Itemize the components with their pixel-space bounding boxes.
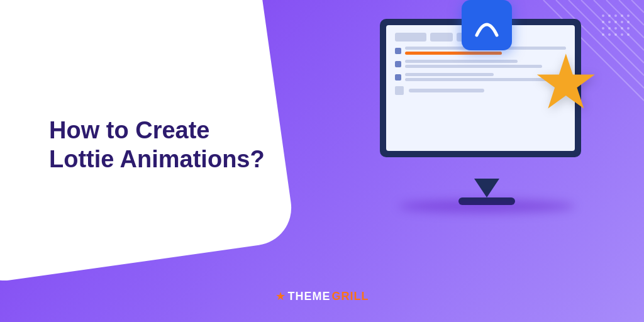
headline-text: How to Create Lottie Animations? bbox=[49, 116, 265, 174]
row-bar-accent bbox=[405, 52, 502, 55]
headline-line1: How to Create bbox=[49, 116, 265, 145]
row-bar-partial bbox=[405, 60, 518, 63]
monitor-shadow bbox=[399, 200, 575, 213]
brand-star-icon: ★ bbox=[275, 289, 286, 303]
monitor: ★ bbox=[380, 19, 594, 182]
screen-block-wide bbox=[395, 33, 426, 42]
headline-line2: Lottie Animations? bbox=[49, 145, 265, 174]
row-icon-2 bbox=[395, 61, 401, 67]
brand-theme-text: THEME bbox=[288, 290, 331, 303]
star-decoration-icon: ★ bbox=[532, 44, 600, 119]
row-bar-med bbox=[405, 65, 542, 68]
brand-grill-text: GRILL bbox=[332, 290, 369, 303]
row-icon-3 bbox=[395, 74, 401, 80]
row-icon-1 bbox=[395, 48, 401, 54]
svg-line-4 bbox=[594, 0, 644, 50]
bottom-bar bbox=[409, 89, 484, 92]
bottom-square-icon bbox=[395, 86, 404, 95]
screen-block-med bbox=[430, 33, 453, 42]
svg-line-7 bbox=[631, 0, 644, 13]
monitor-illustration: ★ bbox=[380, 19, 594, 182]
row-bar-short bbox=[405, 73, 494, 76]
main-text-block: How to Create Lottie Animations? bbox=[49, 116, 265, 174]
themegrill-brand: ★ THEME GRILL bbox=[275, 289, 369, 303]
monitor-stand bbox=[474, 179, 499, 197]
lottie-plugin-card bbox=[462, 0, 512, 50]
lottie-logo-icon bbox=[470, 9, 503, 42]
svg-line-6 bbox=[619, 0, 644, 25]
